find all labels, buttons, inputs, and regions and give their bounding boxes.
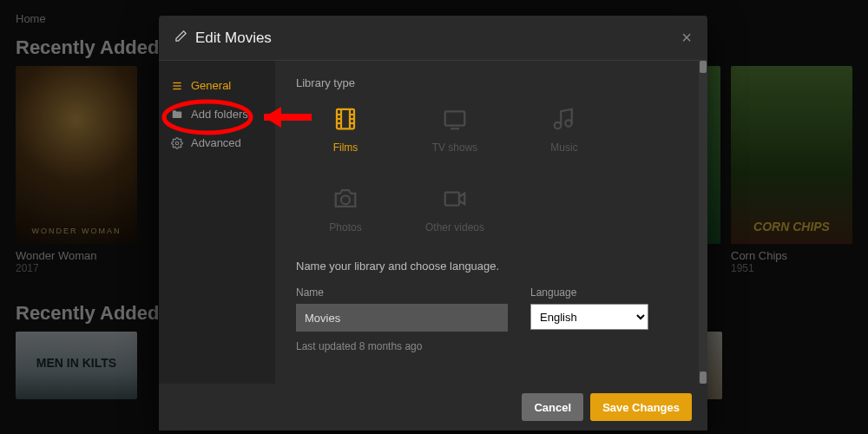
library-type-label: Other videos (425, 221, 484, 233)
sidebar-item-label: General (191, 79, 231, 92)
helper-text: Name your library and choose language. (296, 260, 687, 273)
edit-library-modal: Edit Movies × General Add folders (159, 16, 707, 431)
library-type-photos[interactable]: Photos (313, 185, 378, 233)
film-icon (332, 105, 359, 133)
library-type-label: Music (550, 141, 577, 154)
svg-point-17 (341, 195, 350, 204)
library-types: Films TV shows Music (313, 105, 687, 233)
library-type-films[interactable]: Films (313, 105, 378, 154)
cancel-button[interactable]: Cancel (522, 393, 583, 421)
sidebar-item-label: Advanced (191, 136, 241, 149)
save-button[interactable]: Save Changes (590, 393, 692, 421)
list-icon (171, 80, 183, 92)
library-type-other[interactable]: Other videos (423, 185, 487, 233)
modal-sidebar: General Add folders Advanced (159, 61, 275, 384)
svg-rect-18 (445, 193, 459, 206)
sidebar-item-general[interactable]: General (159, 71, 275, 100)
gear-icon (171, 137, 183, 149)
name-input[interactable] (296, 304, 508, 332)
music-icon (550, 105, 578, 133)
video-icon (441, 185, 469, 213)
language-field-label: Language (530, 286, 648, 299)
library-type-label: Library type (296, 76, 687, 89)
camera-icon (332, 185, 359, 213)
tv-icon (441, 105, 469, 133)
library-type-music[interactable]: Music (532, 105, 596, 154)
last-updated: Last updated 8 months ago (296, 340, 687, 352)
library-type-label: Films (333, 141, 358, 154)
close-icon: × (681, 28, 692, 47)
pencil-icon (174, 30, 187, 46)
library-type-label: Photos (329, 221, 361, 233)
svg-point-16 (565, 120, 572, 127)
modal-header: Edit Movies × (159, 16, 707, 61)
modal-title: Edit Movies (195, 30, 272, 47)
svg-point-15 (555, 122, 562, 129)
svg-rect-13 (445, 111, 465, 125)
library-type-tv[interactable]: TV shows (423, 105, 487, 154)
sidebar-item-label: Add folders (191, 108, 248, 121)
sidebar-item-add-folders[interactable]: Add folders (159, 100, 275, 128)
modal-pane: Library type Films TV shows (275, 61, 707, 384)
folder-icon (171, 108, 183, 121)
language-select[interactable]: English (530, 304, 648, 330)
modal-footer: Cancel Save Changes (159, 384, 707, 431)
library-type-label: TV shows (432, 141, 478, 154)
svg-point-3 (175, 141, 179, 145)
close-button[interactable]: × (681, 28, 692, 48)
name-field-label: Name (296, 286, 508, 299)
sidebar-item-advanced[interactable]: Advanced (159, 128, 275, 157)
scrollbar[interactable] (699, 61, 707, 384)
